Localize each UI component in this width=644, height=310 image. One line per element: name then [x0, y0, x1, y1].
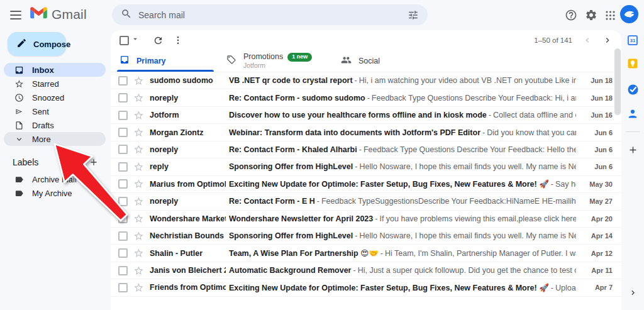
email-checkbox[interactable]	[118, 179, 128, 189]
email-snippet: Feedback TypeSuggestionsDescribe Your Fe…	[321, 197, 576, 206]
email-row[interactable]: Nechristian Bounds Sponsoring Offer from…	[111, 228, 621, 245]
sidebar-item-sent[interactable]: Sent	[4, 104, 106, 118]
star-icon[interactable]	[133, 75, 144, 86]
sidebar-item-more[interactable]: More	[4, 132, 106, 146]
vertical-scrollbar[interactable]	[614, 48, 621, 115]
search-input[interactable]	[138, 10, 401, 20]
search-bar[interactable]	[112, 4, 428, 25]
email-row[interactable]: noreply Re: Contact Form - Khaled Alharb…	[111, 141, 621, 158]
sidebar-item-drafts[interactable]: Drafts	[4, 118, 106, 132]
compose-label: Compose	[33, 40, 70, 49]
sidebar-item-inbox[interactable]: Inbox	[4, 63, 106, 77]
email-date: Jun 16	[580, 111, 613, 119]
select-all-checkbox[interactable]	[119, 36, 129, 45]
tab-social[interactable]: Social	[335, 50, 416, 72]
email-row[interactable]: noreply Re: Contact Form - sudomo sudomo…	[111, 89, 621, 106]
email-checkbox[interactable]	[118, 93, 128, 102]
star-icon[interactable]	[133, 92, 144, 103]
email-subject: Re: Contact Form - sudomo sudomo	[229, 94, 365, 102]
email-row[interactable]: noreply Re: Contact Form - E H-Feedback …	[111, 193, 621, 210]
pagination: 1–50 of 141	[534, 30, 613, 50]
email-checkbox[interactable]	[118, 145, 128, 154]
email-row[interactable]: Jotform Discover how to use your healthc…	[111, 107, 621, 124]
star-icon[interactable]	[133, 179, 144, 189]
star-icon[interactable]	[133, 196, 144, 207]
tab-promotions[interactable]: Promotions 1 new Jotform	[220, 50, 335, 72]
hide-side-panel-chevron-icon[interactable]	[626, 286, 639, 299]
list-toolbar: 1–50 of 141	[111, 30, 621, 50]
email-date: Apr 11	[580, 267, 613, 274]
main-menu-icon[interactable]	[10, 8, 25, 23]
email-checkbox[interactable]	[118, 111, 128, 120]
profile-avatar[interactable]	[620, 5, 638, 23]
email-checkbox[interactable]	[118, 162, 128, 172]
star-icon	[14, 79, 24, 89]
email-row[interactable]: Marius from Optimole Exciting New Update…	[111, 176, 621, 193]
chevron-down-icon	[14, 134, 24, 144]
star-icon[interactable]	[133, 162, 144, 172]
search-icon[interactable]	[121, 8, 132, 22]
subject-snippet-separator: -	[365, 94, 372, 102]
email-sender: noreply	[150, 145, 226, 154]
email-sender: Shalin - Putler	[150, 249, 226, 258]
older-page-chevron-right-icon[interactable]	[602, 35, 613, 45]
calendar-icon[interactable]: 31	[626, 34, 639, 47]
email-date: Jun 18	[580, 77, 613, 84]
star-icon[interactable]	[133, 144, 144, 155]
create-label-plus-icon[interactable]	[88, 157, 99, 168]
people-icon	[341, 55, 352, 68]
compose-button[interactable]: Compose	[8, 32, 66, 56]
email-row[interactable]: Wondershare Marketi. Wondershare Newslet…	[111, 211, 621, 228]
star-icon[interactable]	[133, 231, 144, 241]
settings-gear-icon[interactable]	[584, 8, 599, 23]
star-icon[interactable]	[133, 248, 144, 258]
email-row[interactable]: Shalin - Putler Team, A Wise Plan For Pa…	[111, 245, 621, 262]
email-row[interactable]: sudomo sudomo VB .NET qr code to crystal…	[111, 72, 621, 89]
sidebar-item-starred[interactable]: Starred	[4, 77, 106, 91]
email-subject-area: Exciting New Update for Optimole: Faster…	[229, 283, 576, 292]
tag-icon	[226, 55, 236, 67]
star-icon[interactable]	[133, 213, 144, 224]
email-subject: VB .NET qr code to crystal report	[229, 76, 353, 85]
email-row[interactable]: Morgan Ziontz Webinar: Transform data in…	[111, 124, 621, 141]
contacts-icon[interactable]	[626, 108, 639, 120]
email-checkbox[interactable]	[118, 231, 128, 241]
email-checkbox[interactable]	[118, 76, 128, 86]
select-dropdown-caret-icon[interactable]	[131, 35, 140, 46]
tasks-icon[interactable]	[626, 83, 639, 96]
email-checkbox[interactable]	[118, 283, 128, 292]
email-checkbox[interactable]	[118, 128, 128, 137]
email-checkbox[interactable]	[118, 266, 128, 275]
email-snippet: Hello Nosware, I hope this email finds y…	[359, 162, 576, 171]
email-sender: reply	[150, 162, 226, 171]
keep-icon[interactable]	[626, 57, 639, 70]
label-item-my-archive[interactable]: My Archive	[4, 186, 106, 200]
email-subject: Automatic Background Remover	[229, 266, 351, 275]
email-subject-area: VB .NET qr code to crystal report-Hi, i …	[229, 76, 576, 85]
email-sender: Friends from Optimo.	[150, 283, 226, 292]
newer-page-chevron-left-icon[interactable]	[582, 35, 592, 45]
star-icon[interactable]	[133, 265, 144, 276]
email-date: Jun 6	[580, 163, 613, 170]
tab-primary[interactable]: Primary	[113, 50, 220, 72]
email-date: May 27	[580, 197, 613, 205]
email-row[interactable]: reply Sponsoring Offer from HighLevel-He…	[111, 158, 621, 175]
refresh-icon[interactable]	[151, 33, 165, 47]
get-addons-plus-icon[interactable]	[626, 143, 639, 156]
email-checkbox[interactable]	[118, 197, 128, 206]
email-checkbox[interactable]	[118, 248, 128, 258]
google-apps-grid-icon[interactable]	[602, 8, 618, 23]
more-options-icon[interactable]	[171, 33, 185, 47]
sidebar-item-snoozed[interactable]: Snoozed	[4, 91, 106, 104]
star-icon[interactable]	[133, 110, 144, 121]
label-item-archive-mail[interactable]: Archive Mail	[4, 172, 106, 186]
email-row[interactable]: Janis von Bleichert 2 Automatic Backgrou…	[111, 262, 621, 279]
email-subject-area: Re: Contact Form - E H-Feedback TypeSugg…	[229, 197, 576, 206]
star-icon[interactable]	[133, 127, 144, 138]
star-icon[interactable]	[133, 282, 144, 293]
help-icon[interactable]	[564, 8, 579, 23]
email-subject-area: Wondershare Newsletter for April 2023-If…	[229, 214, 576, 223]
search-options-icon[interactable]	[408, 9, 419, 21]
email-checkbox[interactable]	[118, 214, 128, 223]
email-row[interactable]: Friends from Optimo. Exciting New Update…	[111, 279, 621, 296]
